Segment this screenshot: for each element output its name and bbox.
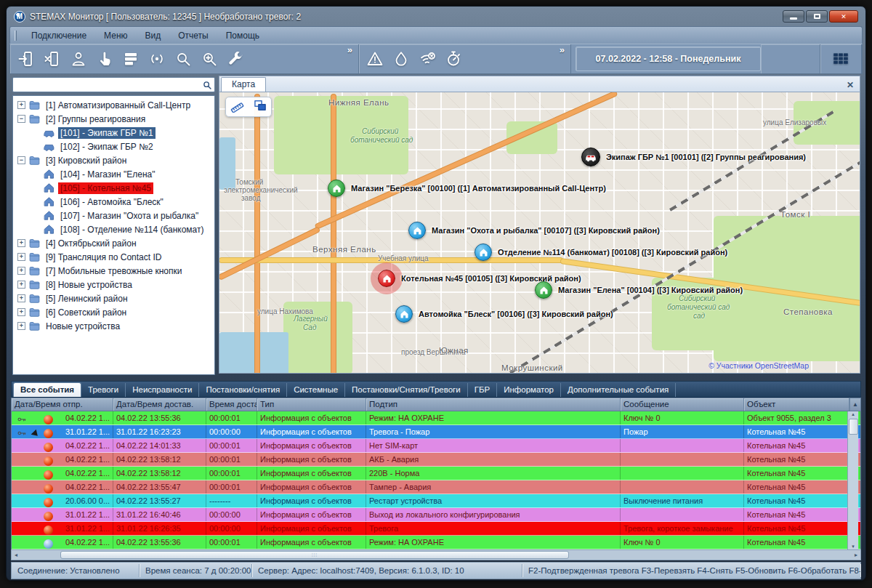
- tree-item[interactable]: +[7] Мобильные тревожные кнопки: [13, 264, 214, 278]
- expand-icon[interactable]: +: [17, 281, 25, 289]
- toolbar-button-search[interactable]: [170, 47, 196, 71]
- toolbar-button-signal[interactable]: [144, 47, 170, 71]
- event-row[interactable]: 04.02.22 1...04.02.22 13:58:1200:00:01Ин…: [12, 453, 860, 467]
- event-row[interactable]: 31.01.22 1...31.01.22 16:40:4600:00:00Ин…: [12, 508, 860, 522]
- event-tab-8[interactable]: Информатор: [497, 383, 561, 397]
- maximize-button[interactable]: [806, 10, 828, 23]
- site-marker-icon[interactable]: [535, 281, 552, 299]
- tree-item-label[interactable]: [101] - Экипаж ГБР №1: [58, 127, 156, 139]
- search-input[interactable]: [13, 78, 200, 91]
- minimize-button[interactable]: [783, 10, 804, 23]
- tree-item-label[interactable]: [107] - Магазин "Охота и рыбалка": [58, 210, 201, 222]
- map-canvas[interactable]: Нижняя ЕланьСибирскийботанический садТом…: [219, 92, 860, 374]
- expand-icon[interactable]: +: [17, 101, 25, 109]
- tree-item-label[interactable]: [4] Октябрьский район: [44, 238, 139, 249]
- map-marker-green[interactable]: Магазин "Елена" [00104] ([3] Кировский р…: [535, 281, 743, 299]
- toolbar-button-stopwatch[interactable]: [440, 47, 467, 71]
- tree-item[interactable]: [102] - Экипаж ГБР №2: [13, 140, 214, 153]
- toolbar-button-server-list[interactable]: [118, 47, 144, 71]
- tree-item[interactable]: +[9] Трансляция по Contact ID: [13, 250, 214, 264]
- close-button[interactable]: ✕: [829, 10, 858, 23]
- tree-item[interactable]: +Новые устройства: [13, 319, 214, 333]
- map-tool-ruler-button[interactable]: [230, 98, 245, 116]
- menu-item-4[interactable]: Отчеты: [169, 28, 217, 43]
- event-row[interactable]: 04.02.22 1...04.02.22 14:01:3300:00:01Ин…: [12, 439, 860, 453]
- tree-item[interactable]: +[6] Советский район: [13, 305, 214, 319]
- map-attribution[interactable]: © Участники OpenStreetMap: [708, 361, 809, 370]
- event-row[interactable]: 04.02.22 1...04.02.22 13:55:3600:00:01Ин…: [12, 536, 860, 549]
- collapse-icon[interactable]: −: [17, 115, 25, 123]
- toolbar-button-alarm-triangle[interactable]: [362, 47, 388, 71]
- tree-item-label[interactable]: [9] Трансляция по Contact ID: [44, 251, 164, 263]
- event-tab-7[interactable]: ГБР: [468, 383, 497, 397]
- toolbar-button-wifi-off[interactable]: [414, 47, 440, 71]
- column-header[interactable]: Сообщение: [621, 398, 744, 411]
- event-row[interactable]: 20.06.00 0...04.02.22 13:55:27--------Ин…: [12, 494, 860, 508]
- tree-item-label[interactable]: [5] Ленинский район: [44, 293, 130, 305]
- tree-item-label[interactable]: [102] - Экипаж ГБР №2: [58, 141, 156, 153]
- site-marker-icon[interactable]: [395, 305, 413, 323]
- expand-icon[interactable]: +: [17, 294, 25, 302]
- event-row[interactable]: 31.01.22 1...31.01.22 16:23:2300:00:00Ин…: [12, 425, 860, 439]
- tree-item-label[interactable]: [7] Мобильные тревожные кнопки: [44, 265, 184, 277]
- vehicle-marker-icon[interactable]: [581, 148, 600, 166]
- map-tool-layers-button[interactable]: [253, 98, 267, 116]
- map-marker-green[interactable]: Магазин "Березка" [00100] ([1] Автоматиз…: [328, 180, 606, 197]
- column-header[interactable]: Дата/Время отпр.: [12, 398, 113, 411]
- map-marker-blue[interactable]: Автомойка "Блеск" [00106] ([3] Кировский…: [395, 305, 613, 323]
- overflow-chevron-icon[interactable]: »: [557, 44, 568, 55]
- tree-item[interactable]: −[3] Кировский район: [13, 153, 214, 167]
- toolbar-button-grid-table[interactable]: [828, 47, 854, 71]
- collapse-icon[interactable]: −: [17, 156, 25, 164]
- event-tab-4[interactable]: Постановки/снятия: [199, 383, 287, 397]
- tree-item[interactable]: [106] - Автомойка "Блеск": [13, 195, 214, 209]
- tree-item[interactable]: [108] - Отделение №114 (банкомат): [13, 222, 214, 236]
- tree-item-label[interactable]: [104] - Магазин "Елена": [58, 169, 157, 180]
- tree-item-label[interactable]: [2] Группы реагирования: [44, 113, 148, 125]
- menu-item-3[interactable]: Вид: [137, 28, 170, 43]
- vertical-scroll-thumb[interactable]: [849, 419, 858, 435]
- tree-item-label[interactable]: [108] - Отделение №114 (банкомат): [58, 224, 206, 235]
- site-marker-icon[interactable]: [475, 243, 492, 261]
- map-close-icon[interactable]: ✕: [841, 80, 860, 92]
- tree-item[interactable]: +[1] Автоматизированный Call-Центр: [13, 98, 214, 112]
- toolbar-button-door-remove[interactable]: [39, 47, 65, 71]
- column-header[interactable]: Подтип: [366, 398, 621, 411]
- tree-item[interactable]: [105] - Котельная №45: [13, 181, 214, 195]
- scroll-down-icon[interactable]: ▾: [852, 544, 855, 549]
- event-tab-2[interactable]: Тревоги: [81, 383, 126, 397]
- tree-item-label[interactable]: Новые устройства: [44, 321, 122, 332]
- menu-item-2[interactable]: Меню: [95, 28, 136, 43]
- tree-item-label[interactable]: [3] Кировский район: [44, 155, 129, 166]
- expand-icon[interactable]: +: [17, 267, 25, 275]
- map-marker-car[interactable]: Экипаж ГБР №1 [00101] ([2] Группы реагир…: [581, 148, 806, 166]
- tree-item[interactable]: [107] - Магазин "Охота и рыбалка": [13, 209, 214, 222]
- toolbar-button-drop[interactable]: [388, 47, 414, 71]
- event-row[interactable]: 04.02.22 1...04.02.22 13:55:3600:00:01Ин…: [12, 411, 860, 425]
- scroll-left-icon[interactable]: ◂: [12, 552, 20, 558]
- event-tab-6[interactable]: Постановки/Снятия/Тревоги: [345, 383, 468, 397]
- scroll-up-icon[interactable]: ▴: [852, 411, 855, 417]
- tree-item[interactable]: [104] - Магазин "Елена": [13, 167, 214, 181]
- tab-map[interactable]: Карта: [221, 77, 266, 92]
- column-header[interactable]: Тип: [257, 398, 366, 411]
- tree-item[interactable]: +[8] Новые устройства: [13, 278, 214, 291]
- event-tab-3[interactable]: Неисправности: [126, 383, 199, 397]
- horizontal-scrollbar[interactable]: ◂ ⫶⫶⫶ ▸: [11, 549, 861, 560]
- map-marker-blue[interactable]: Магазин "Охота и рыбалка" [00107] ([3] К…: [408, 222, 660, 239]
- tree-item-label[interactable]: [1] Автоматизированный Call-Центр: [44, 100, 193, 111]
- event-tab-1[interactable]: Все события: [13, 382, 81, 397]
- tree-item-label[interactable]: [6] Советский район: [44, 307, 129, 318]
- toolbar-button-door-enter[interactable]: [13, 47, 39, 71]
- toolbar-button-zoom-search[interactable]: [196, 47, 222, 71]
- expand-icon[interactable]: +: [17, 308, 25, 316]
- tree-item[interactable]: +[4] Октябрьский район: [13, 236, 214, 250]
- menu-item-1[interactable]: Подключение: [23, 28, 95, 43]
- tree-item-label[interactable]: [8] Новые устройства: [44, 279, 134, 291]
- column-header[interactable]: Время достав.: [206, 398, 257, 411]
- event-tab-9[interactable]: Дополнительные события: [561, 383, 676, 397]
- event-row[interactable]: 31.01.22 1...31.01.22 16:26:3500:00:00Ин…: [12, 522, 860, 536]
- site-marker-icon[interactable]: [328, 180, 345, 197]
- tree-item-label[interactable]: [106] - Автомойка "Блеск": [58, 196, 166, 208]
- map-marker-blue[interactable]: Отделение №114 (банкомат) [00108] ([3] К…: [475, 243, 727, 261]
